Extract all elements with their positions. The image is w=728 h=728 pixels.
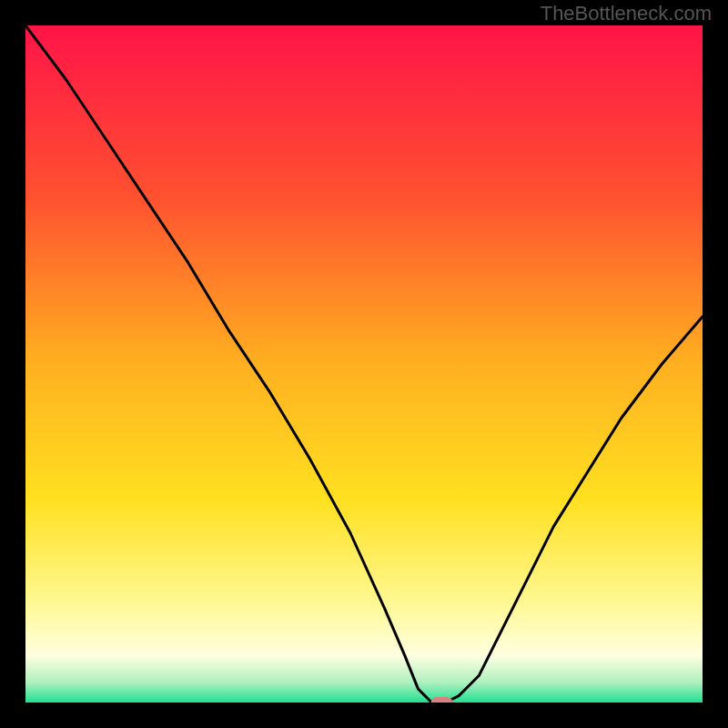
marker-group (431, 697, 453, 703)
plot-area (25, 25, 703, 703)
chart-svg (25, 25, 703, 703)
watermark-text: TheBottleneck.com (541, 2, 712, 25)
chart-container: TheBottleneck.com (0, 0, 728, 728)
gradient-background (25, 25, 703, 703)
optimum-marker (431, 697, 453, 703)
